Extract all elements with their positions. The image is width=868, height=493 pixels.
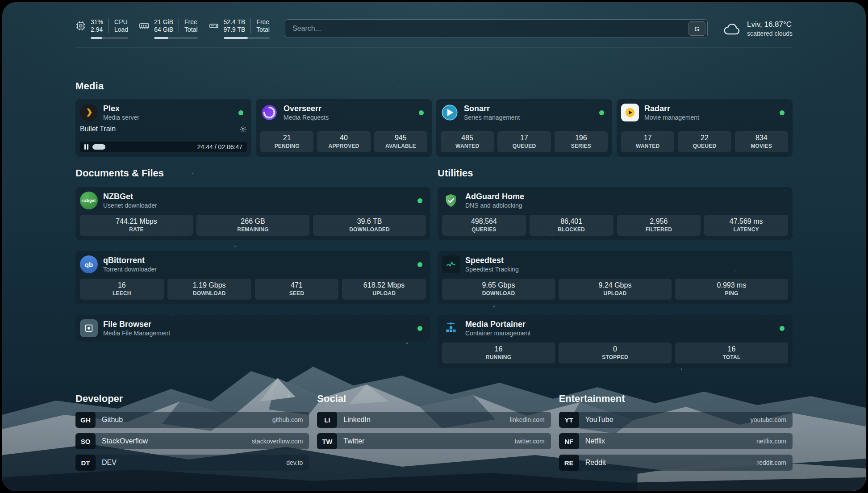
bookmark-abbr: SO [75, 433, 96, 449]
stat-filtered: 2,956 FILTERED [617, 215, 701, 236]
adguard-icon [442, 192, 460, 209]
stat-blocked: 86,401 BLOCKED [530, 215, 613, 236]
section-title-utilities: Utilities [438, 167, 793, 179]
stat-total: 16 TOTAL [675, 343, 788, 363]
service-subtitle: Container management [465, 330, 530, 337]
bookmark-group-title: Entertainment [559, 393, 793, 405]
overseerr-icon [260, 104, 278, 121]
memory-widget: 21 GiB 64 GiB Free Total [139, 18, 197, 39]
service-subtitle: Speedtest Tracking [465, 266, 519, 273]
top-bar: 31% 2.94 CPU Load [75, 2, 793, 39]
memory-usage-bar [154, 37, 197, 39]
topbar-divider [75, 47, 793, 47]
section-media: Media Plex Media server [75, 80, 793, 157]
service-card-nzbget[interactable]: nzbget NZBGet Usenet downloader 744.21 M… [75, 187, 430, 240]
stat-stopped: 0 STOPPED [559, 343, 672, 363]
cpu-usage-bar [91, 37, 128, 39]
speedtest-icon [442, 255, 460, 273]
stat-seed: 471 SEED [255, 279, 339, 300]
filebrowser-icon [80, 319, 98, 337]
bookmark-netflix[interactable]: NF Netflix netflix.com [559, 433, 793, 449]
search-input[interactable] [285, 19, 708, 38]
radarr-icon [621, 104, 639, 121]
stat-queued: 17 QUEUED [497, 131, 551, 152]
gear-icon[interactable] [239, 125, 247, 133]
stat-queued: 22 QUEUED [678, 131, 731, 152]
section-title-media: Media [75, 80, 793, 92]
bookmark-stackoverflow[interactable]: SO StackOverflow stackoverflow.com [75, 433, 309, 449]
stat-available: 945 AVAILABLE [374, 131, 427, 152]
service-subtitle: Usenet downloader [103, 202, 157, 209]
service-card-plex[interactable]: Plex Media server Bullet Train [75, 99, 251, 157]
service-subtitle: Movie management [644, 114, 699, 121]
bookmark-abbr: GH [75, 412, 96, 428]
now-playing-title: Bullet Train [80, 125, 116, 133]
service-card-speedtest[interactable]: Speedtest Speedtest Tracking 9.65 Gbps D… [438, 251, 793, 304]
stat-queries: 498,564 QUERIES [442, 215, 526, 236]
stat-download: 9.65 Gbps DOWNLOAD [442, 279, 555, 300]
stat-upload: 618.52 Mbps UPLOAD [342, 279, 426, 300]
bookmark-twitter[interactable]: TW Twitter twitter.com [317, 433, 551, 449]
stat-wanted: 485 WANTED [441, 131, 494, 152]
stat-downloaded: 39.6 TB DOWNLOADED [313, 215, 426, 236]
cpu-icon [75, 21, 86, 31]
service-card-sonarr[interactable]: Sonarr Series management 485 WANTED 17 Q… [436, 99, 612, 157]
stat-pending: 21 PENDING [260, 131, 313, 152]
status-dot [417, 326, 422, 331]
status-dot [599, 110, 604, 115]
service-name: Speedtest [465, 255, 519, 265]
cpu-load-value: 2.94 [91, 26, 103, 33]
service-name: Sonarr [464, 104, 520, 113]
search-provider-button[interactable]: G [689, 21, 705, 36]
cpu-label-top: CPU [114, 18, 128, 26]
bookmark-youtube[interactable]: YT YouTube youtube.com [559, 412, 793, 428]
status-dot [417, 198, 422, 203]
service-card-filebrowser[interactable]: File Browser Media File Management [75, 315, 430, 342]
service-name: File Browser [103, 319, 170, 329]
portainer-icon [442, 319, 460, 337]
weather-location: Lviv, 16.87°C [747, 20, 793, 29]
bookmark-github[interactable]: GH Github github.com [75, 412, 309, 428]
service-card-radarr[interactable]: Radarr Movie management 17 WANTED 22 QUE… [617, 99, 793, 157]
service-name: qBittorrent [103, 255, 157, 265]
stat-ping: 0.993 ms PING [675, 279, 788, 300]
bookmark-group-social: Social LI LinkedIn linkedin.com TW Twitt… [317, 393, 551, 449]
disk-label-top: Free [256, 18, 270, 26]
bookmark-abbr: RE [559, 455, 579, 471]
service-card-overseerr[interactable]: Overseerr Media Requests 21 PENDING 40 A… [256, 99, 432, 157]
playback-progress-bar[interactable] [92, 144, 193, 150]
service-name: Radarr [644, 104, 699, 113]
bookmark-abbr: DT [75, 455, 96, 471]
bookmark-linkedin[interactable]: LI LinkedIn linkedin.com [317, 412, 551, 428]
status-dot [238, 110, 243, 115]
service-subtitle: Series management [464, 114, 520, 121]
section-title-documents: Documents & Files [75, 167, 430, 179]
bookmark-reddit[interactable]: RE Reddit reddit.com [559, 455, 793, 471]
bookmark-group-title: Developer [75, 393, 309, 405]
disk-free-value: 52.4 TB [224, 18, 246, 26]
service-subtitle: Media File Management [103, 330, 170, 337]
service-name: Overseerr [284, 104, 329, 113]
system-monitor-group: 31% 2.94 CPU Load [75, 18, 270, 39]
bookmark-dev[interactable]: DT DEV dev.to [75, 455, 309, 471]
service-card-qbittorrent[interactable]: qb qBittorrent Torrent downloader 16 [75, 251, 430, 304]
memory-label-top: Free [184, 18, 198, 26]
service-card-adguard[interactable]: AdGuard Home DNS and adblocking 498,564 … [438, 187, 793, 240]
service-subtitle: Torrent downloader [103, 266, 157, 273]
bookmark-group-title: Social [317, 393, 551, 405]
playback-time: 24:44 / 02:06:47 [197, 143, 242, 150]
service-subtitle: Media Requests [284, 114, 329, 121]
section-documents: Documents & Files nzbget NZBGet Usenet d… [75, 167, 430, 342]
status-dot [780, 110, 785, 115]
nzbget-icon: nzbget [80, 192, 98, 209]
pause-icon[interactable] [84, 144, 88, 150]
plex-icon [80, 104, 98, 121]
stat-series: 196 SERIES [555, 131, 608, 152]
weather-condition: scattered clouds [747, 30, 793, 38]
cloud-icon [723, 21, 742, 36]
bookmark-abbr: NF [559, 433, 579, 449]
service-card-portainer[interactable]: Media Portainer Container management 16 … [438, 315, 793, 368]
disk-widget: 52.4 TB 97.9 TB Free Total [209, 18, 270, 39]
disk-icon [209, 21, 219, 31]
service-name: NZBGet [103, 192, 157, 201]
